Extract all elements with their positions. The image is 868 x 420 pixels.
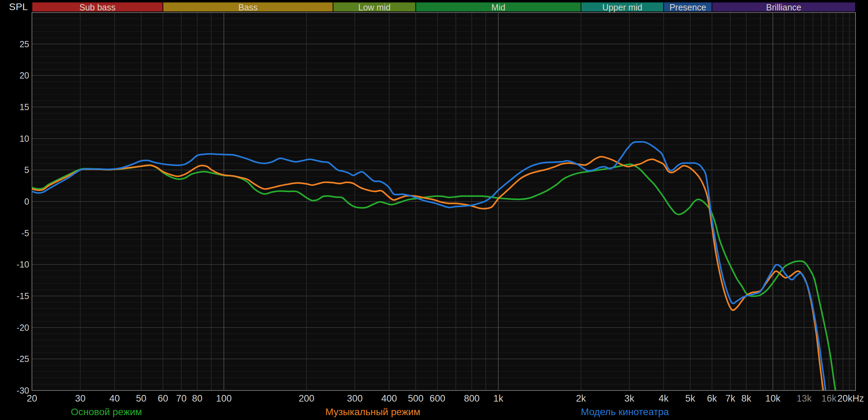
x-tick-label: 50 [136, 393, 147, 404]
y-tick-label: 20 [19, 71, 29, 80]
grid [32, 13, 856, 390]
y-tick-label: -25 [17, 354, 29, 364]
x-tick-label: 4k [659, 393, 669, 404]
band-label: Low mid [358, 2, 391, 12]
x-tick-label: 800 [464, 393, 479, 404]
x-tick-label: 80 [192, 393, 202, 404]
x-tick-label: 60 [158, 393, 168, 404]
x-tick-label: 200 [299, 393, 314, 404]
x-tick-label: 3k [624, 393, 634, 404]
x-tick-label: 7k [725, 393, 735, 404]
band-label: Presence [669, 2, 706, 12]
x-tick-label: 2k [576, 393, 586, 404]
x-tick-label: 1k [493, 393, 503, 404]
x-tick-label: 30 [75, 393, 85, 404]
y-tick-label: -10 [17, 260, 29, 269]
y-tick-label: -30 [17, 386, 29, 395]
band-label: Upper mid [602, 2, 642, 12]
y-tick-label: -5 [22, 228, 29, 238]
y-tick-label: 10 [19, 134, 29, 143]
frequency-bands: Sub bassBassLow midMidUpper midPresenceB… [32, 2, 855, 12]
x-tick-label: 70 [176, 393, 186, 404]
band-label: Sub bass [79, 2, 115, 12]
x-tick-label: 8k [741, 393, 751, 404]
band-label: Bass [239, 2, 258, 12]
x-tick-label: 600 [429, 393, 445, 404]
y-tick-label: 25 [19, 39, 29, 49]
y-tick-label: 15 [19, 102, 29, 112]
band-label: Mid [491, 2, 505, 12]
y-tick-label: -20 [17, 323, 29, 332]
x-axis-labels: 203040506070801002003004005006008001k2k3… [27, 393, 864, 404]
x-tick-label: 16k [821, 393, 837, 404]
x-tick-label: 400 [381, 393, 397, 404]
y-tick-label: 0 [24, 197, 29, 206]
x-tick-label: 5k [685, 393, 695, 404]
y-axis-labels: 2520151050-5-10-15-20-25-30 [17, 39, 29, 395]
x-tick-label: 6k [707, 393, 717, 404]
x-tick-label: 500 [408, 393, 424, 404]
x-tick-label: 40 [109, 393, 120, 404]
band-label: Brilliance [766, 2, 801, 12]
chart-canvas: Sub bassBassLow midMidUpper midPresenceB… [0, 0, 868, 420]
x-tick-label: 300 [347, 393, 362, 404]
y-tick-label: -15 [17, 291, 29, 301]
spl-frequency-response-chart: SPL Sub bassBassLow midMidUpper midPrese… [0, 0, 868, 420]
y-tick-label: 5 [24, 165, 29, 175]
x-tick-label: 13k [796, 393, 812, 404]
x-tick-label: 10k [765, 393, 781, 404]
x-tick-label: 100 [216, 393, 232, 404]
x-tick-label: 20kHz [837, 393, 864, 404]
